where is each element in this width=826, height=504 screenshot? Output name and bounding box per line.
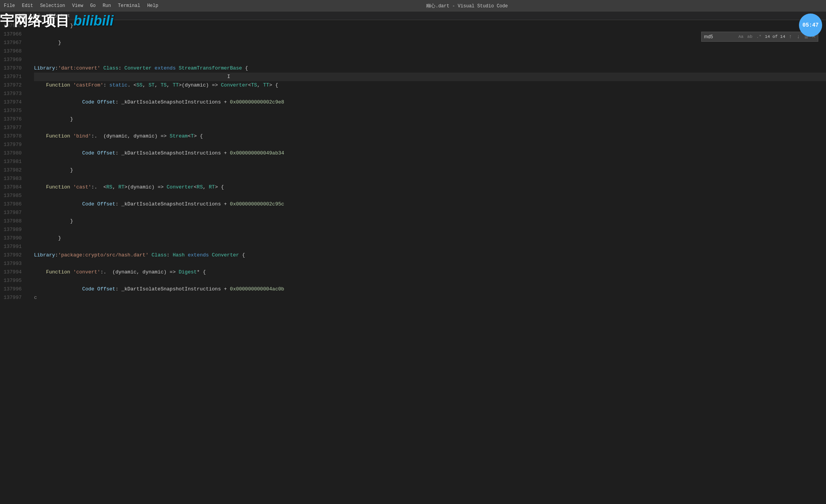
token-punct: :. (dynamic, dynamic) =>	[91, 132, 170, 141]
code-line	[34, 260, 826, 268]
token-punct	[34, 268, 46, 277]
search-prev-btn[interactable]: ↑	[788, 34, 793, 40]
token-punct: :. (dynamic, dynamic) =>	[100, 268, 179, 277]
token-punct: > {	[269, 81, 278, 90]
token-cls-name: Converter	[167, 183, 194, 192]
token-kw-code: Code Offset	[82, 149, 116, 158]
code-line: I	[34, 73, 826, 81]
search-next-btn[interactable]: ↓	[795, 34, 801, 40]
match-case-btn[interactable]: Aa	[737, 34, 744, 39]
token-type-param: RT	[118, 183, 124, 192]
token-kw-library: Library	[34, 251, 55, 260]
line-number: 137982	[0, 166, 28, 175]
regex-btn[interactable]: .*	[755, 34, 763, 39]
token-kw-extends: extends	[155, 64, 176, 73]
breadcrumb-bar: D: > 桌面 > 糊心 > 糊心.dart	[0, 12, 826, 20]
code-line	[34, 47, 826, 56]
menu-item-selection[interactable]: Selection	[40, 3, 65, 8]
code-line: Function 'castFrom': static. <SS, ST, TS…	[34, 81, 826, 90]
line-number: 137979	[0, 141, 28, 149]
token-punct: ,	[203, 183, 209, 192]
line-number: 137985	[0, 192, 28, 200]
token-punct: {	[242, 64, 248, 73]
menu-item-file[interactable]: File	[4, 3, 15, 8]
line-number: 137969	[0, 56, 28, 64]
code-line	[34, 90, 826, 98]
menu-bar[interactable]: FileEditSelectionViewGoRunTerminalHelp	[4, 3, 158, 8]
line-number: 137995	[0, 277, 28, 285]
code-line	[34, 175, 826, 183]
line-number: 137987	[0, 209, 28, 217]
token-kw-extends: extends	[188, 251, 209, 260]
code-line	[34, 209, 826, 217]
token-type-param: ST	[149, 81, 155, 90]
code-content[interactable]: } } Library:'dart:convert' Class: Conver…	[28, 20, 826, 504]
token-str: 'convert'	[70, 268, 100, 277]
token-punct: : _kDartIsolateSnapshotInstructions +	[116, 200, 230, 209]
line-number: 137993	[0, 260, 28, 268]
menu-item-go[interactable]: Go	[90, 3, 95, 8]
token-kw-function: Function	[46, 183, 70, 192]
token-punct: ,	[257, 81, 263, 90]
token-type-param: TT	[173, 81, 179, 90]
whole-word-btn[interactable]: ab	[746, 34, 753, 39]
search-input[interactable]	[704, 34, 735, 39]
token-cls-name: Converter	[124, 64, 151, 73]
token-punct: <	[188, 132, 191, 141]
token-punct: :	[118, 64, 124, 73]
code-line: Function 'bind':. (dynamic, dynamic) => …	[34, 132, 826, 141]
line-number: 137973	[0, 90, 28, 98]
token-punct	[209, 251, 212, 260]
code-line: Code Offset: _kDartIsolateSnapshotInstru…	[34, 149, 826, 158]
line-number: 137975	[0, 107, 28, 115]
token-type-param: RS	[197, 183, 203, 192]
token-punct: :	[55, 64, 58, 73]
token-offset-val: 0x000000000002c9e8	[230, 98, 284, 107]
token-punct: >(dynamic) =>	[179, 81, 221, 90]
token-punct	[34, 149, 82, 158]
line-number: 137977	[0, 124, 28, 132]
token-punct: : _kDartIsolateSnapshotInstructions +	[116, 285, 230, 294]
token-type-param: SS	[136, 81, 143, 90]
code-line: Function 'convert':. (dynamic, dynamic) …	[34, 268, 826, 277]
menu-item-view[interactable]: View	[72, 3, 83, 8]
token-punct	[151, 64, 155, 73]
token-type-param: RT	[209, 183, 215, 192]
line-number: 137970	[0, 64, 28, 73]
token-punct	[34, 132, 46, 141]
breadcrumb-huxin: 糊心	[33, 13, 41, 19]
token-punct: }	[34, 22, 73, 30]
token-type-param: RS	[106, 183, 112, 192]
token-punct: :	[103, 81, 109, 90]
breadcrumb-d: D:	[5, 14, 10, 18]
line-number: 137989	[0, 226, 28, 234]
token-punct: . <	[127, 81, 136, 90]
search-bar: Aa ab .* 14 of 14 ↑ ↓ ☰ ×	[701, 32, 818, 42]
token-type-param: TS	[251, 81, 257, 90]
breadcrumb-file: 糊心.dart	[49, 13, 70, 19]
menu-item-help[interactable]: Help	[147, 3, 158, 8]
menu-item-edit[interactable]: Edit	[22, 3, 33, 8]
editor-area: 1379651379661379671379681379691379701379…	[0, 20, 826, 504]
token-punct	[34, 183, 46, 192]
token-str: 'bind'	[70, 132, 92, 141]
code-line: }	[34, 234, 826, 243]
menu-item-run[interactable]: Run	[103, 3, 111, 8]
token-punct: > {	[215, 183, 224, 192]
line-number: 137966	[0, 30, 28, 39]
token-punct: ,	[112, 183, 119, 192]
line-number: 137990	[0, 234, 28, 243]
code-line	[34, 124, 826, 132]
window-title: 糊心.dart - Visual Studio Code	[426, 3, 508, 9]
token-punct	[100, 64, 104, 73]
line-number: 137981	[0, 158, 28, 166]
menu-item-terminal[interactable]: Terminal	[118, 3, 140, 8]
token-cls-name: StreamTransformerBase	[179, 64, 242, 73]
token-punct	[148, 251, 151, 260]
line-number: 137992	[0, 251, 28, 260]
token-punct: }	[34, 166, 73, 175]
code-line	[34, 107, 826, 115]
token-cls-name: Converter	[221, 81, 248, 90]
token-str: 'package:crypto/src/hash.dart'	[58, 251, 148, 260]
token-punct: ,	[167, 81, 173, 90]
